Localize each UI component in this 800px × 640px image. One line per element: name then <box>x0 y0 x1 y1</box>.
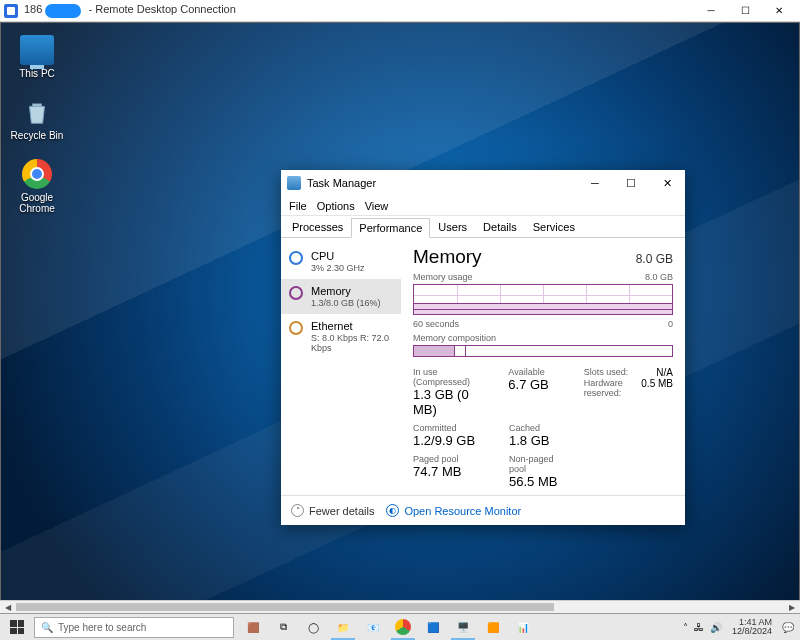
rdc-redacted <box>45 4 81 18</box>
menu-file[interactable]: File <box>289 200 307 212</box>
taskbar-search[interactable]: 🔍 Type here to search <box>34 617 234 638</box>
memory-stats: In use (Compressed)1.3 GB (0 MB) Availab… <box>413 367 673 495</box>
maximize-button[interactable]: ☐ <box>613 170 649 196</box>
sidebar-item-cpu[interactable]: CPU 3% 2.30 GHz <box>281 244 401 279</box>
memory-ring-icon <box>289 286 303 300</box>
sidebar-labels: Ethernet S: 8.0 Kbps R: 72.0 Kbps <box>311 320 393 353</box>
open-resource-monitor-link[interactable]: ◐ Open Resource Monitor <box>386 504 521 517</box>
taskbar-clock[interactable]: 1:41 AM 12/8/2024 <box>728 618 776 637</box>
memory-usage-graph <box>413 284 673 315</box>
usage-max: 8.0 GB <box>645 272 673 282</box>
taskbar-task-view[interactable]: ⧉ <box>268 614 298 640</box>
tab-processes[interactable]: Processes <box>284 217 351 237</box>
ethernet-ring-icon <box>289 321 303 335</box>
sidebar-item-ethernet[interactable]: Ethernet S: 8.0 Kbps R: 72.0 Kbps <box>281 314 401 359</box>
host-taskbar: 🔍 Type here to search 🟫 ⧉ ◯ 📁 📧 🟦 🖥️ 🟧 📊… <box>0 613 800 640</box>
perf-sidebar: CPU 3% 2.30 GHz Memory 1.3/8.0 GB (16%) … <box>281 238 401 495</box>
stat-key: Committed <box>413 423 493 433</box>
tray-network-icon[interactable]: 🖧 <box>694 622 704 633</box>
stat-val: N/A <box>656 367 673 378</box>
desktop-icon-label: This PC <box>7 68 67 79</box>
task-manager-window: Task Manager ─ ☐ ✕ File Options View Pro… <box>281 170 685 525</box>
window-title: Task Manager <box>307 177 376 189</box>
stat-key: Hardware reserved: <box>584 378 636 398</box>
xaxis-left: 60 seconds <box>413 319 459 329</box>
tray-volume-icon[interactable]: 🔊 <box>710 622 722 633</box>
xaxis-right: 0 <box>668 319 673 329</box>
sidebar-item-memory[interactable]: Memory 1.3/8.0 GB (16%) <box>281 279 401 314</box>
stat-key: Non-paged pool <box>509 454 569 474</box>
sidebar-sub: 1.3/8.0 GB (16%) <box>311 298 381 308</box>
taskbar-item-explorer[interactable]: 📁 <box>328 614 358 640</box>
sidebar-sub: 3% 2.30 GHz <box>311 263 365 273</box>
start-button[interactable] <box>0 614 34 640</box>
stat-key: Cached <box>509 423 569 433</box>
clock-date: 12/8/2024 <box>732 627 772 636</box>
taskbar-item-app[interactable]: 📊 <box>508 614 538 640</box>
tab-performance[interactable]: Performance <box>351 218 430 238</box>
scroll-left-button[interactable]: ◀ <box>0 601 16 613</box>
menu-options[interactable]: Options <box>317 200 355 212</box>
stat-key: In use (Compressed) <box>413 367 492 387</box>
desktop-icon-recycle-bin[interactable]: Recycle Bin <box>7 97 67 141</box>
taskbar-item-xampp[interactable]: 🟧 <box>478 614 508 640</box>
usage-label: Memory usage <box>413 272 473 282</box>
maximize-button[interactable]: ☐ <box>728 1 762 21</box>
minimize-button[interactable]: ─ <box>694 1 728 21</box>
desktop-icon-label: Recycle Bin <box>7 130 67 141</box>
tab-services[interactable]: Services <box>525 217 583 237</box>
menu-view[interactable]: View <box>365 200 389 212</box>
menubar: File Options View <box>281 196 685 216</box>
sidebar-name: Memory <box>311 285 381 298</box>
svg-rect-0 <box>32 104 41 107</box>
resource-monitor-label: Open Resource Monitor <box>404 505 521 517</box>
action-center-icon[interactable]: 💬 <box>782 622 794 633</box>
memory-capacity: 8.0 GB <box>636 252 673 266</box>
stat-key: Paged pool <box>413 454 493 464</box>
sidebar-name: CPU <box>311 250 365 263</box>
sidebar-labels: Memory 1.3/8.0 GB (16%) <box>311 285 381 308</box>
task-manager-titlebar[interactable]: Task Manager ─ ☐ ✕ <box>281 170 685 196</box>
fewer-details-button[interactable]: ˄ Fewer details <box>291 504 374 517</box>
rdc-title-suffix: - Remote Desktop Connection <box>88 3 235 15</box>
tab-details[interactable]: Details <box>475 217 525 237</box>
desktop-icon-chrome[interactable]: Google Chrome <box>7 159 67 214</box>
stat-val: 1.2/9.9 GB <box>413 433 493 448</box>
taskbar-item-rdc[interactable]: 🖥️ <box>448 614 478 640</box>
taskbar-item-mail[interactable]: 📧 <box>358 614 388 640</box>
stat-val: 56.5 MB <box>509 474 569 489</box>
perf-heading: Memory <box>413 246 482 268</box>
rdc-window-controls: ─ ☐ ✕ <box>694 1 796 21</box>
fewer-details-label: Fewer details <box>309 505 374 517</box>
perf-detail: Memory 8.0 GB Memory usage 8.0 GB 60 sec… <box>401 238 685 495</box>
tab-users[interactable]: Users <box>430 217 475 237</box>
monitor-icon <box>20 35 54 65</box>
recycle-bin-icon <box>20 97 54 127</box>
stat-val: 1.3 GB (0 MB) <box>413 387 492 417</box>
task-manager-icon <box>287 176 301 190</box>
resource-monitor-icon: ◐ <box>386 504 399 517</box>
desktop-icon-label: Google Chrome <box>7 192 67 214</box>
scroll-track[interactable] <box>16 601 784 613</box>
taskbar-item-vscode[interactable]: 🟦 <box>418 614 448 640</box>
scroll-thumb[interactable] <box>16 603 554 611</box>
close-button[interactable]: ✕ <box>762 1 796 21</box>
taskbar-item-chrome[interactable] <box>388 614 418 640</box>
desktop-icon-this-pc[interactable]: This PC <box>7 35 67 79</box>
scroll-right-button[interactable]: ▶ <box>784 601 800 613</box>
sidebar-sub: S: 8.0 Kbps R: 72.0 Kbps <box>311 333 393 354</box>
taskbar-item-generic[interactable]: 🟫 <box>238 614 268 640</box>
close-button[interactable]: ✕ <box>649 170 685 196</box>
stat-val: 1.8 GB <box>509 433 569 448</box>
tray-chevron-up-icon[interactable]: ˄ <box>683 622 688 633</box>
remote-desktop-viewport[interactable]: This PC Recycle Bin Google Chrome Task M… <box>0 22 800 613</box>
stat-val: 0.5 MB <box>641 378 673 398</box>
rdc-title-prefix: 186 <box>24 3 42 15</box>
task-manager-body: CPU 3% 2.30 GHz Memory 1.3/8.0 GB (16%) … <box>281 238 685 495</box>
minimize-button[interactable]: ─ <box>577 170 613 196</box>
host-horizontal-scrollbar[interactable]: ◀ ▶ <box>0 600 800 613</box>
taskbar-item-cortana[interactable]: ◯ <box>298 614 328 640</box>
memory-composition-bar <box>413 345 673 357</box>
search-icon: 🔍 <box>41 622 53 633</box>
sidebar-labels: CPU 3% 2.30 GHz <box>311 250 365 273</box>
